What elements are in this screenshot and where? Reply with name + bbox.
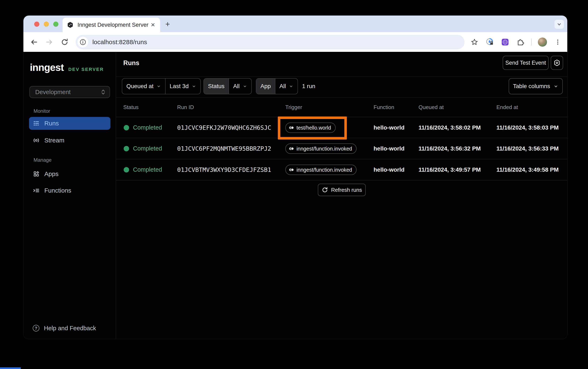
password-manager-extension-icon[interactable] bbox=[485, 38, 494, 47]
trigger-badge[interactable]: inngest/function.invoked bbox=[285, 164, 357, 175]
sidebar-item-label: Functions bbox=[44, 187, 71, 194]
run-id-link[interactable]: 01JCVC6PF2MQNMTWE95BBRZPJ2 bbox=[177, 145, 271, 152]
page-title: Runs bbox=[123, 59, 140, 67]
sidebar-item-apps[interactable]: Apps bbox=[29, 167, 110, 180]
app-filter-value: All bbox=[279, 83, 286, 90]
run-id-link[interactable]: 01JCVC9EFKJ2W70WQHC6ZH6SJC bbox=[177, 124, 271, 131]
app-filter-group: App All bbox=[256, 78, 298, 94]
new-tab-button[interactable]: + bbox=[163, 20, 172, 28]
sidebar-item-runs[interactable]: Runs bbox=[29, 117, 110, 130]
run-status: Completed bbox=[133, 166, 162, 173]
app-filter-label: App bbox=[256, 79, 275, 94]
kebab-menu-icon bbox=[554, 39, 561, 46]
purple-extension-icon bbox=[501, 38, 509, 46]
forward-arrow-icon bbox=[45, 38, 53, 46]
chevron-down-icon bbox=[289, 84, 293, 89]
column-header-trigger: Trigger bbox=[285, 104, 302, 111]
settings-button[interactable] bbox=[551, 56, 563, 70]
time-range-select[interactable]: Last 3d bbox=[165, 79, 200, 94]
runs-page: Runs Send Test Event Queued at bbox=[116, 52, 567, 339]
status-filter-select[interactable]: All bbox=[229, 79, 251, 94]
trigger-badge[interactable]: inngest/function.invoked bbox=[285, 144, 357, 154]
event-signal-icon bbox=[289, 146, 294, 152]
run-count: 1 run bbox=[302, 78, 315, 94]
header-divider bbox=[116, 76, 567, 77]
send-test-event-button[interactable]: Send Test Event bbox=[503, 56, 549, 70]
refresh-runs-label: Refresh runs bbox=[331, 187, 362, 193]
browser-extension-icon[interactable] bbox=[500, 38, 510, 47]
time-filter-group: Queued at Last 3d bbox=[122, 78, 201, 94]
sidebar-item-label: Runs bbox=[44, 120, 59, 127]
queued-at-value: 11/16/2024, 3:56:32 PM bbox=[419, 145, 481, 152]
select-chevrons-icon bbox=[100, 89, 106, 95]
site-info-button[interactable] bbox=[78, 37, 88, 48]
back-button[interactable] bbox=[30, 38, 38, 46]
table-columns-button[interactable]: Table columns bbox=[509, 78, 563, 94]
column-header-function: Function bbox=[374, 104, 394, 111]
browser-tab-bar: Inngest Development Server ✕ + bbox=[23, 16, 567, 32]
tab-close-icon[interactable]: ✕ bbox=[150, 22, 156, 28]
ended-at-value: 11/16/2024, 3:49:58 PM bbox=[497, 166, 558, 173]
column-header-queued-at: Queued at bbox=[419, 104, 444, 111]
star-icon bbox=[470, 38, 478, 46]
app-label-text: App bbox=[260, 83, 271, 90]
function-name: hello-world bbox=[374, 145, 404, 152]
address-bar[interactable]: localhost:8288/runs bbox=[76, 35, 465, 49]
run-id-link[interactable]: 01JCVBTMV3WXY9D3CFDEJFZSB1 bbox=[177, 166, 271, 173]
environment-select[interactable]: Development bbox=[30, 86, 110, 98]
desktop-accent bbox=[0, 367, 21, 369]
app-filter-select[interactable]: All bbox=[275, 79, 298, 94]
extensions-menu-button[interactable] bbox=[516, 38, 525, 47]
trigger-badge[interactable]: test/hello.world bbox=[285, 123, 336, 133]
dev-server-badge: DEV SERVER bbox=[68, 67, 104, 72]
help-label: Help and Feedback bbox=[44, 325, 96, 332]
reload-icon bbox=[61, 38, 69, 46]
table-row[interactable]: Completed 01JCVBTMV3WXY9D3CFDEJFZSB1 inn… bbox=[116, 159, 567, 180]
column-header-run-id: Run ID bbox=[177, 104, 194, 111]
column-header-ended-at: Ended at bbox=[497, 104, 518, 111]
function-name: hello-world bbox=[374, 124, 404, 131]
refresh-runs-button[interactable]: Refresh runs bbox=[318, 184, 366, 196]
trigger-name: inngest/function.invoked bbox=[297, 146, 352, 152]
trigger-name: inngest/function.invoked bbox=[297, 167, 352, 173]
run-status: Completed bbox=[133, 145, 162, 152]
sidebar-item-stream[interactable]: Stream bbox=[29, 134, 110, 147]
runs-list-icon bbox=[33, 120, 40, 127]
status-filter-value: All bbox=[233, 83, 239, 90]
browser-menu-button[interactable] bbox=[553, 38, 562, 47]
chevron-down-icon bbox=[557, 22, 562, 27]
time-field-select[interactable]: Queued at bbox=[122, 79, 165, 94]
gear-icon bbox=[553, 59, 561, 67]
browser-tab[interactable]: Inngest Development Server ✕ bbox=[63, 18, 160, 32]
tab-search-chevron-button[interactable] bbox=[554, 20, 564, 29]
url-text: localhost:8288/runs bbox=[92, 39, 147, 46]
maximize-window-button[interactable] bbox=[53, 21, 59, 27]
close-window-button[interactable] bbox=[34, 21, 39, 27]
browser-toolbar: localhost:8288/runs bbox=[23, 32, 567, 52]
queued-at-value: 11/16/2024, 3:58:02 PM bbox=[419, 124, 481, 131]
profile-avatar[interactable] bbox=[538, 38, 547, 47]
environment-value: Development bbox=[35, 89, 100, 96]
apps-grid-icon bbox=[33, 170, 40, 177]
chevron-down-icon bbox=[243, 84, 247, 89]
event-signal-icon bbox=[289, 167, 294, 173]
column-header-status: Status bbox=[123, 104, 139, 111]
status-label-text: Status bbox=[208, 83, 224, 90]
reload-button[interactable] bbox=[60, 38, 69, 46]
forward-button[interactable] bbox=[45, 38, 54, 46]
table-row[interactable]: Completed 01JCVC6PF2MQNMTWE95BBRZPJ2 inn… bbox=[116, 138, 567, 159]
help-and-feedback[interactable]: ? Help and Feedback bbox=[29, 322, 110, 335]
minimize-window-button[interactable] bbox=[44, 21, 49, 27]
browser-window: Inngest Development Server ✕ + bbox=[23, 16, 567, 339]
time-range-value: Last 3d bbox=[170, 83, 189, 90]
chevron-down-icon bbox=[553, 84, 558, 89]
ended-at-value: 11/16/2024, 3:58:03 PM bbox=[497, 124, 558, 131]
event-signal-icon bbox=[289, 125, 294, 131]
manage-section-label: Manage bbox=[34, 157, 52, 163]
bookmark-star-button[interactable] bbox=[470, 38, 479, 47]
sidebar-item-functions[interactable]: Functions bbox=[29, 184, 110, 197]
inngest-app: inngest DEV SERVER Development Monitor bbox=[23, 52, 567, 339]
toolbar-divider bbox=[531, 39, 532, 46]
status-filter-label: Status bbox=[204, 79, 229, 94]
table-row[interactable]: Completed 01JCVC9EFKJ2W70WQHC6ZH6SJC tes… bbox=[116, 117, 567, 138]
